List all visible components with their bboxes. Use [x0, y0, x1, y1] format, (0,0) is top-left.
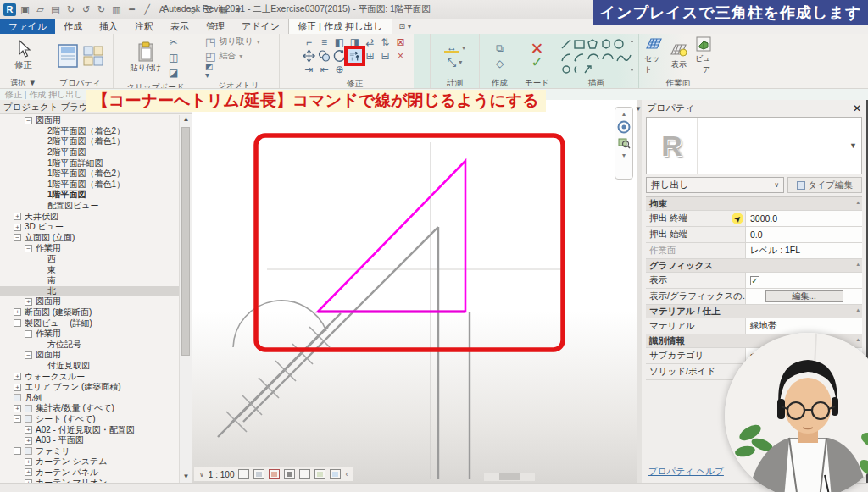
match-type-icon[interactable]: ◪ [166, 66, 181, 80]
pin-icon[interactable]: ⊕ [332, 63, 347, 76]
tree-item[interactable]: 凡例 [0, 392, 179, 403]
close-icon[interactable]: ✕ [853, 102, 861, 114]
paste-button[interactable]: 貼り付け [131, 41, 161, 74]
panel-label-workplane[interactable]: 作業面 [639, 77, 717, 88]
section-collapse-icon[interactable]: ▴ [856, 305, 862, 318]
workplane-viewer-button[interactable]: ビューア [692, 36, 715, 75]
crop-region-icon[interactable] [314, 469, 326, 479]
tree-item[interactable]: 1階平面図（着色1） [0, 180, 179, 191]
hscroll-thumb[interactable] [499, 473, 520, 480]
element-filter-combo[interactable]: 押し出し ∨ [646, 177, 784, 193]
expand-icon[interactable]: + [25, 437, 32, 445]
tree-item[interactable]: −作業用 [0, 329, 179, 340]
panel-label-mode[interactable]: モード [520, 77, 554, 88]
section-collapse-icon[interactable]: ▴ [856, 259, 862, 272]
panel-label-create[interactable]: 作成 [480, 77, 520, 88]
align-dim-icon[interactable]: ⇅ [378, 36, 392, 49]
array-icon[interactable]: ⊞ [363, 49, 377, 63]
align-icon[interactable]: ⌐ [302, 36, 316, 49]
view-scale[interactable]: 1 : 100 [209, 470, 235, 479]
hide-isolate-icon[interactable] [330, 469, 341, 479]
expand-icon[interactable]: ▾ [622, 152, 626, 159]
checkbox[interactable]: ✓ [750, 276, 760, 285]
expand-icon[interactable]: + [14, 224, 21, 231]
tree-item[interactable]: −立面図 (立面) [0, 233, 179, 244]
detail-level-icon[interactable] [238, 469, 249, 479]
zoom-icon[interactable] [618, 136, 631, 149]
measure-button[interactable]: ⤡ ▾ [448, 56, 462, 69]
panel-label-properties[interactable]: プロパティ [47, 77, 113, 88]
tree-item[interactable]: 2階平面図（着色1） [0, 136, 179, 147]
expand-icon[interactable]: + [25, 458, 32, 466]
finish-sketch-button[interactable]: ✓ [531, 57, 542, 69]
rotate-icon[interactable] [332, 49, 347, 63]
viewbar-more-icon[interactable]: ‹ [345, 470, 348, 478]
expand-icon[interactable]: + [14, 405, 21, 412]
join-geometry-button[interactable]: ◰ 結合 ▾ [205, 50, 242, 62]
tree-item[interactable]: +A02 - 付近見取図・配置図 [0, 424, 179, 435]
trim-single-icon[interactable]: ⇥ [302, 63, 316, 76]
mirror-draw-icon[interactable]: ◨ [348, 36, 362, 49]
tree-item[interactable]: +カーテン システム [0, 456, 179, 467]
shadows-icon[interactable] [284, 469, 295, 479]
tab-2[interactable]: 注釈 [126, 19, 162, 34]
property-value[interactable]: レベル : 1FL [746, 243, 862, 258]
create-group-icon[interactable]: ⧉ [492, 41, 507, 55]
panel-label-measure[interactable]: 計測 [431, 77, 479, 88]
tab-options-icon[interactable]: ⊡ ▾ [392, 19, 419, 34]
expand-icon[interactable]: + [14, 373, 21, 380]
tab-1[interactable]: 挿入 [91, 19, 126, 34]
property-value[interactable]: 0.0 [746, 227, 862, 242]
trim-multi-icon[interactable]: ⇤ [317, 63, 331, 76]
collapse-icon[interactable]: − [14, 234, 21, 241]
tree-item[interactable]: −製図ビュー (詳細) [0, 318, 179, 329]
tree-item[interactable]: +集計表/数量 (すべて) [0, 403, 179, 414]
cut-icon[interactable]: ✂ [166, 36, 181, 49]
workplane-set-button[interactable]: セット [641, 36, 666, 75]
panel-label-select[interactable]: 選択 ▼ [0, 77, 47, 88]
collapse-icon[interactable]: − [25, 245, 32, 252]
scroll-down-icon[interactable]: ▼ [180, 473, 192, 483]
tab-file[interactable]: ファイル [0, 19, 55, 34]
copy-move-icon[interactable] [317, 49, 331, 63]
expand-icon[interactable]: + [25, 298, 32, 306]
modify-button[interactable]: 修正 [15, 40, 32, 71]
tree-item[interactable]: 1階平面図（着色2） [0, 169, 179, 180]
steering-wheel-icon[interactable] [617, 120, 631, 134]
collapse-icon[interactable]: − [14, 415, 21, 423]
expand-icon[interactable]: + [25, 468, 32, 476]
tree-item[interactable]: +ウォークスルー [0, 371, 179, 382]
tree-item[interactable]: −図面用 [0, 350, 179, 361]
tab-0[interactable]: 作成 [55, 19, 91, 34]
tree-item[interactable]: −シート (すべて) [0, 414, 179, 425]
tab-4[interactable]: 管理 [198, 19, 233, 34]
property-value[interactable]: ✓ [746, 273, 862, 288]
tree-item[interactable]: 東 [0, 264, 179, 275]
tree-item[interactable]: 南 [0, 275, 179, 286]
property-value[interactable]: 緑地帯 [746, 318, 862, 334]
collapse-icon[interactable]: − [14, 319, 21, 327]
trim-extend-corner-icon[interactable] [348, 49, 362, 63]
edit-button[interactable]: 編集... [765, 290, 843, 302]
tree-item[interactable]: +図面用 [0, 296, 179, 307]
cut-geometry-button[interactable]: ◳ 切り取り ▾ [205, 36, 260, 47]
tree-item[interactable]: 西 [0, 254, 179, 265]
collapse-icon[interactable]: − [25, 330, 32, 338]
properties-help-link[interactable]: プロパティ ヘルプ [648, 466, 724, 478]
scale-icon[interactable]: ⊟ [378, 49, 392, 63]
tree-item[interactable]: 北 [0, 286, 179, 297]
move-icon[interactable] [302, 49, 316, 63]
browser-scrollbar[interactable]: ▲ ▼ [179, 115, 192, 483]
draw-tools-icons[interactable] [559, 37, 634, 75]
sketch-triangle[interactable] [318, 161, 465, 312]
expand-icon[interactable]: + [14, 384, 21, 391]
tree-item[interactable]: 付近見取図 [0, 361, 179, 372]
collapse-icon[interactable]: − [14, 447, 21, 455]
mirror-axis-icon[interactable]: ◧ [332, 36, 347, 49]
tree-item[interactable]: 1階平面詳細図 [0, 158, 179, 169]
expand-icon[interactable]: + [25, 426, 32, 434]
tree-item[interactable]: +3D ビュー [0, 222, 179, 233]
type-selector-caret-icon[interactable]: ▼ [845, 141, 861, 150]
edit-type-button[interactable]: タイプ編集 [787, 177, 862, 193]
tree-item[interactable]: +エリア プラン (建築面積) [0, 382, 179, 393]
